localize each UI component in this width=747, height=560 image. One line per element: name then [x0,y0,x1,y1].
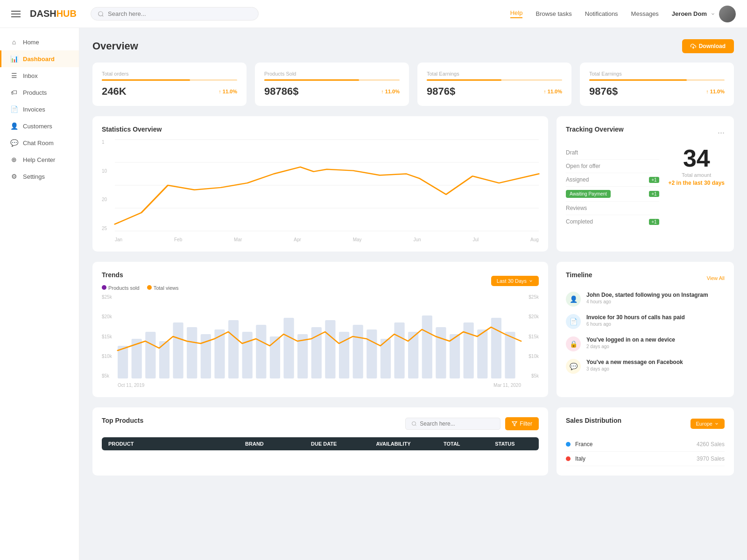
svg-rect-10 [145,332,155,378]
col-availability: AVAILABILITY [360,441,426,447]
timeline-icon-login: 🔒 [566,336,581,351]
nav-help[interactable]: Help [510,9,523,18]
main-content: Overview Download Total orders 246K ↑ 11… [79,28,747,560]
svg-rect-18 [256,325,266,378]
logo: DASHHUB [30,8,77,19]
timeline-time-3: 3 days ago [586,366,683,371]
svg-rect-28 [394,322,404,378]
stat-value: 9876$ [589,85,618,98]
trends-card: Trends Products sold Total views Last 30… [92,262,548,397]
products-search-bar [405,418,500,430]
svg-rect-33 [464,322,474,378]
svg-rect-19 [270,336,280,378]
stat-change: ↑ 11.0% [218,89,237,94]
svg-rect-17 [242,332,253,378]
nav-browse-tasks[interactable]: Browse tasks [536,10,571,17]
tracking-total-change: +2 in the last 30 days [669,180,725,186]
timeline-item-2: 🔒 You've logged in on a new device 2 day… [566,336,725,351]
nav-notifications[interactable]: Notifications [585,10,618,17]
region-button[interactable]: Europe [691,419,725,429]
sidebar-item-invoices[interactable]: 📄 Invoices [0,101,79,118]
france-dot [566,442,571,447]
menu-icon[interactable] [11,11,21,17]
sidebar-item-dashboard[interactable]: 📊 Dashboard [0,50,79,67]
svg-point-37 [412,422,416,426]
view-all-link[interactable]: View All [707,275,725,281]
customers-icon: 👤 [10,122,18,130]
stat-card-earnings-2: Total Earnings 9876$ ↑ 11.0% [580,63,734,106]
statistics-title: Statistics Overview [102,126,539,133]
svg-rect-36 [505,332,515,378]
period-button[interactable]: Last 30 Days [491,276,539,286]
y-axis-labels: 2520101 [102,140,115,231]
svg-rect-23 [325,320,335,378]
tracking-more-icon[interactable]: ··· [718,128,725,138]
sidebar-label-settings: Settings [23,173,45,180]
statistics-card: Statistics Overview 2520101 [92,116,548,252]
timeline-icon-invoice: 📄 [566,314,581,329]
avatar [719,6,736,22]
tracking-total: 34 Total amount +2 in the last 30 days [669,146,725,228]
timeline-icon-message: 💬 [566,359,581,374]
sidebar-item-customers[interactable]: 👤 Customers [0,118,79,134]
sidebar-item-settings[interactable]: ⚙ Settings [0,168,79,185]
top-products-title: Top Products [102,417,143,424]
tracking-item-draft: Draft [566,146,659,160]
col-total: TOTAL [430,441,474,447]
topbar-nav: Help Browse tasks Notifications Messages… [510,6,736,22]
timeline-time-2: 2 days ago [586,344,675,349]
table-header: PRODUCT BRAND DUE DATE AVAILABILITY TOTA… [102,437,539,450]
timeline-text-3: You've a new message on Facebook [586,359,683,365]
sidebar-label-customers: Customers [23,123,52,130]
tracking-card: Tracking Overview ··· Draft Open for off… [557,116,734,252]
trends-x-start: Oct 11, 2019 [118,383,144,388]
tracking-item-reviews: Reviews [566,202,659,215]
stat-change: ↑ 11.0% [706,89,725,94]
tracking-total-label: Total amount [669,172,725,178]
sales-item-france: France 4260 Sales [566,437,725,452]
timeline-text-1: Invoice for 30 hours of calls has paid [586,314,685,321]
filter-button[interactable]: Filter [505,417,539,430]
nav-messages[interactable]: Messages [631,10,659,17]
products-icon: 🏷 [10,89,18,96]
stat-value: 9876$ [427,85,455,98]
stat-change: ↑ 11.0% [381,89,400,94]
tracking-title: Tracking Overview [566,126,624,133]
italy-dot [566,456,571,461]
svg-rect-13 [187,327,197,378]
settings-icon: ⚙ [10,173,18,180]
sales-distribution-title: Sales Distribution [566,417,621,424]
user-info[interactable]: Jeroen Dom [672,6,736,22]
sidebar-item-chatroom[interactable]: 💬 Chat Room [0,134,79,151]
trends-x-end: Mar 11, 2020 [493,383,521,388]
sidebar-item-home[interactable]: ⌂ Home [0,34,79,50]
chevron-down-icon [711,12,715,16]
filter-icon [512,421,517,427]
trends-legend: Products sold Total views [102,285,178,291]
timeline-item-1: 📄 Invoice for 30 hours of calls has paid… [566,314,725,329]
sidebar-item-products[interactable]: 🏷 Products [0,84,79,101]
stat-cards: Total orders 246K ↑ 11.0% Products Sold … [92,63,734,106]
download-icon [691,43,696,49]
tracking-total-number: 34 [669,146,725,170]
svg-rect-35 [491,318,501,378]
help-icon: ⊕ [10,156,18,163]
download-button[interactable]: Download [682,39,734,53]
stat-change: ↑ 11.0% [543,89,562,94]
sales-item-italy: Italy 3970 Sales [566,452,725,466]
tracking-item-completed: Completed+1 [566,215,659,228]
sales-distribution-card: Sales Distribution Europe France 4260 Sa… [557,407,734,476]
sidebar-item-helpcenter[interactable]: ⊕ Help Center [0,151,79,168]
timeline-text-2: You've logged in on a new device [586,336,675,343]
home-icon: ⌂ [10,38,18,46]
france-country: France [575,441,692,448]
sidebar-label-products: Products [23,89,47,96]
italy-country: Italy [575,455,692,462]
sidebar-item-inbox[interactable]: ☰ Inbox [0,67,79,84]
search-input[interactable] [108,10,252,17]
timeline-time-1: 6 hours ago [586,322,685,327]
awaiting-badge: Awaiting Payment [566,190,611,198]
products-search-input[interactable] [420,420,494,427]
svg-line-1 [102,15,104,16]
trends-title: Trends [102,271,178,279]
